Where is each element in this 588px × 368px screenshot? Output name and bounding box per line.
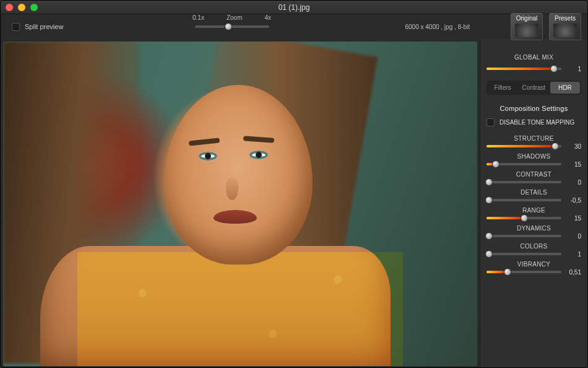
param-slider-row: 15: [486, 214, 581, 222]
param-slider[interactable]: [486, 142, 561, 151]
param-value: 15: [565, 215, 581, 222]
tab-hdr[interactable]: HDR: [550, 82, 580, 94]
main-area: GLOBAL MIX 1 Filters Contrast HDR Compos…: [1, 39, 587, 368]
zoom-label: Zoom: [227, 14, 243, 21]
param-slider-row: 0: [486, 232, 581, 240]
param-value: 15: [565, 161, 581, 168]
tab-filters[interactable]: Filters: [488, 82, 517, 94]
zoom-control: 0.1x Zoom 4x: [192, 14, 271, 39]
zoom-slider[interactable]: [195, 22, 269, 39]
param-slider[interactable]: [486, 250, 561, 258]
checkbox-icon[interactable]: [486, 118, 495, 126]
param-label: STRUCTURE: [486, 135, 581, 142]
param-slider-row: 15: [486, 160, 581, 169]
param-slider[interactable]: [486, 214, 561, 222]
mode-tabs: Filters Contrast HDR: [486, 81, 581, 95]
param-slider-row: 0,51: [486, 268, 581, 276]
param-label: DYNAMICS: [486, 225, 581, 232]
global-mix-slider[interactable]: [486, 64, 561, 73]
zoom-max-label: 4x: [264, 14, 271, 21]
presets-button[interactable]: Presets: [549, 13, 581, 40]
param-slider[interactable]: [486, 196, 561, 204]
param-value: 0: [565, 179, 581, 186]
param-slider[interactable]: [486, 160, 561, 169]
global-mix-slider-row: 1: [486, 64, 581, 73]
param-value: 0: [565, 233, 581, 240]
param-slider-row: -0,5: [486, 196, 581, 204]
global-mix-label: GLOBAL MIX: [486, 54, 581, 61]
original-label: Original: [516, 15, 537, 22]
sidebar: GLOBAL MIX 1 Filters Contrast HDR Compos…: [480, 39, 587, 368]
presets-label: Presets: [555, 15, 576, 22]
param-slider-row: 1: [486, 250, 581, 258]
tab-contrast[interactable]: Contrast: [519, 82, 548, 94]
image-meta: 6000 x 4000 , jpg , 8-bit: [405, 24, 470, 30]
param-value: 30: [565, 143, 581, 150]
param-value: 0,51: [565, 269, 581, 276]
param-value: -0,5: [565, 197, 581, 204]
param-label: DETAILS: [486, 189, 581, 196]
param-label: SHADOWS: [486, 153, 581, 160]
image-canvas[interactable]: [3, 42, 477, 366]
param-slider-row: 30: [486, 142, 581, 151]
titlebar: 01 (1).jpg: [1, 1, 587, 14]
checkbox-icon[interactable]: [12, 23, 20, 31]
disable-tone-mapping-toggle[interactable]: DISABLE TONE MAPPING: [486, 118, 581, 126]
param-label: RANGE: [486, 207, 581, 214]
param-label: COLORS: [486, 243, 581, 250]
window-title: 01 (1).jpg: [1, 3, 587, 12]
param-label: CONTRAST: [486, 171, 581, 178]
param-slider[interactable]: [486, 178, 561, 186]
param-value: 1: [565, 251, 581, 258]
toolbar: Split preview 0.1x Zoom 4x 6000 x 4000 ,…: [1, 14, 587, 39]
param-label: VIBRANCY: [486, 261, 581, 268]
split-preview-toggle[interactable]: Split preview: [12, 23, 63, 31]
param-slider[interactable]: [486, 232, 561, 240]
zoom-min-label: 0.1x: [192, 14, 204, 21]
composition-settings-title: Composition Settings: [486, 105, 581, 112]
param-slider[interactable]: [486, 268, 561, 276]
global-mix-value: 1: [565, 66, 581, 72]
original-button[interactable]: Original: [511, 13, 543, 40]
disable-tone-label: DISABLE TONE MAPPING: [499, 119, 574, 126]
preview-image: [3, 42, 477, 366]
param-slider-row: 0: [486, 178, 581, 186]
split-preview-label: Split preview: [25, 23, 63, 30]
